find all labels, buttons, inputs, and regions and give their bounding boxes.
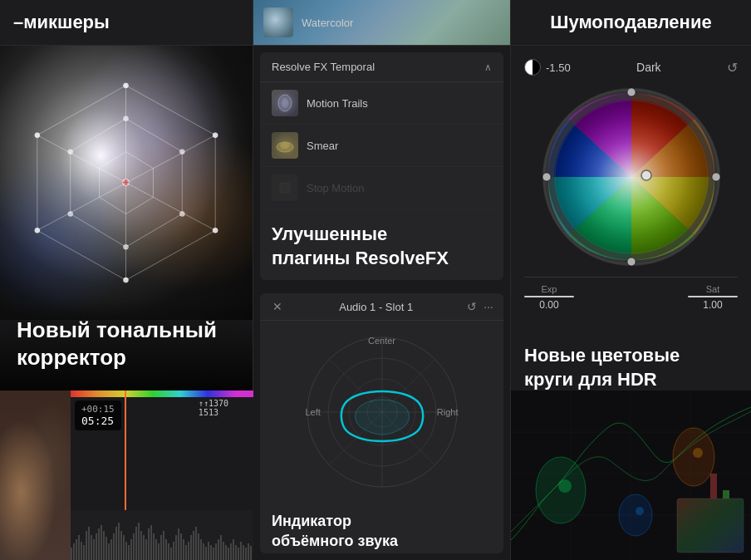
svg-rect-101 [208, 542, 209, 560]
fx-thumb-motion-trails [272, 90, 298, 116]
svg-point-13 [179, 150, 184, 155]
audio-more-icon[interactable]: ··· [483, 300, 493, 313]
card-hdr: Шумоподавление -1.50 Dark ↺ [511, 0, 751, 391]
audio-close-button[interactable]: ✕ [270, 300, 285, 313]
svg-rect-57 [98, 528, 100, 560]
svg-rect-110 [230, 543, 232, 560]
noise-title-bar: Шумоподавление [511, 0, 751, 46]
svg-rect-107 [223, 542, 224, 560]
svg-rect-61 [108, 543, 110, 560]
fx-item-motion-trails[interactable]: Motion Trails [260, 82, 503, 125]
hdr-sat-bar [688, 296, 738, 297]
audio-promo-title: Индикатор объёмного звука [272, 512, 492, 551]
indicator-bot: 1513 [199, 408, 228, 417]
svg-rect-67 [123, 535, 125, 560]
fx-item-smear[interactable]: Smear [260, 125, 503, 167]
svg-rect-66 [120, 531, 122, 560]
audio-header: ✕ Audio 1 - Slot 1 ↺ ··· [260, 293, 503, 321]
svg-rect-108 [225, 545, 227, 560]
color-wheel-svg [540, 86, 723, 268]
svg-point-8 [213, 228, 218, 233]
svg-rect-136 [677, 499, 744, 553]
audio-promo: Индикатор объёмного звука [260, 504, 503, 553]
mixer-title: –микшеры [13, 12, 110, 33]
svg-rect-50 [81, 542, 82, 560]
audio-meter: Center Left Right [260, 321, 503, 504]
fx-promo: Улучшенные плагины ResolveFX [260, 209, 503, 280]
audio-reset-icon[interactable]: ↺ [467, 300, 477, 313]
svg-point-14 [179, 211, 184, 216]
svg-point-23 [282, 98, 288, 108]
hdr-reset-button[interactable]: ↺ [727, 60, 738, 76]
svg-rect-72 [135, 527, 137, 560]
svg-rect-87 [173, 542, 174, 560]
hdr-values: Exp 0.00 Sat 1.00 [524, 277, 738, 317]
fx-chevron-icon[interactable]: ∧ [484, 61, 492, 73]
svg-rect-73 [138, 523, 140, 560]
fx-item-label-stop-motion: Stop Motion [307, 182, 364, 194]
svg-point-41 [627, 88, 636, 96]
audio-label-right: Right [437, 407, 459, 417]
svg-point-124 [693, 448, 703, 458]
tonal-label: Новый тональный корректор [0, 300, 253, 391]
svg-rect-69 [128, 545, 130, 560]
svg-point-121 [673, 428, 714, 486]
main-grid: –микшеры [0, 0, 751, 560]
fx-panel-title: Resolve FX Temporal [272, 61, 375, 73]
svg-point-6 [124, 83, 129, 88]
hdr-exp-bar [524, 296, 574, 297]
watercolor-title: Watercolor [302, 17, 353, 29]
hdr-exp-label: Exp [542, 284, 557, 294]
svg-point-24 [277, 142, 293, 152]
svg-rect-104 [215, 543, 217, 560]
waveform-svg [71, 510, 253, 560]
svg-rect-65 [118, 523, 120, 560]
timeline-waveform [71, 510, 253, 560]
fx-promo-title: Улучшенные плагины ResolveFX [272, 223, 492, 270]
svg-rect-78 [150, 525, 152, 560]
svg-point-15 [124, 244, 129, 249]
svg-rect-103 [213, 548, 214, 560]
svg-rect-74 [140, 531, 142, 560]
fx-panel-header: Resolve FX Temporal ∧ [260, 52, 503, 82]
timeline-thumb-img [0, 391, 71, 560]
svg-point-45 [641, 170, 651, 180]
svg-rect-55 [93, 539, 95, 560]
svg-rect-79 [153, 533, 155, 560]
svg-rect-58 [101, 525, 102, 560]
audio-panel: ✕ Audio 1 - Slot 1 ↺ ··· Center Left Rig… [260, 293, 503, 553]
hdr-dark-label: Dark [636, 61, 661, 74]
svg-rect-97 [198, 533, 199, 560]
svg-rect-92 [185, 545, 187, 560]
svg-point-12 [124, 116, 129, 121]
hex-grid-svg [0, 46, 253, 320]
svg-rect-63 [113, 533, 115, 560]
top-title-left: –микшеры [0, 0, 253, 46]
svg-rect-98 [200, 539, 202, 560]
svg-rect-77 [148, 528, 150, 560]
svg-rect-83 [163, 531, 164, 560]
svg-rect-93 [188, 542, 189, 560]
svg-rect-48 [76, 539, 77, 560]
timeline-timecode: +00:15 05:25 [75, 400, 121, 430]
svg-rect-90 [180, 533, 182, 560]
svg-rect-100 [205, 547, 207, 560]
svg-rect-114 [240, 542, 242, 560]
svg-point-25 [280, 142, 290, 149]
svg-point-44 [712, 173, 720, 181]
svg-rect-105 [218, 539, 219, 560]
svg-rect-116 [245, 548, 247, 560]
fx-item-label-smear: Smear [307, 140, 338, 152]
svg-rect-99 [203, 543, 204, 560]
tc-plus: +00:15 [81, 404, 115, 415]
fx-item-label-motion-trails: Motion Trails [307, 97, 368, 110]
svg-point-125 [636, 507, 644, 515]
hdr-exposure: -1.50 [524, 59, 571, 76]
color-wheel[interactable] [540, 86, 723, 268]
svg-rect-49 [78, 535, 80, 560]
fx-item-stop-motion: Stop Motion [260, 167, 503, 209]
svg-rect-117 [248, 543, 249, 560]
svg-point-22 [278, 95, 292, 111]
svg-point-43 [627, 258, 636, 266]
svg-rect-46 [71, 548, 72, 560]
